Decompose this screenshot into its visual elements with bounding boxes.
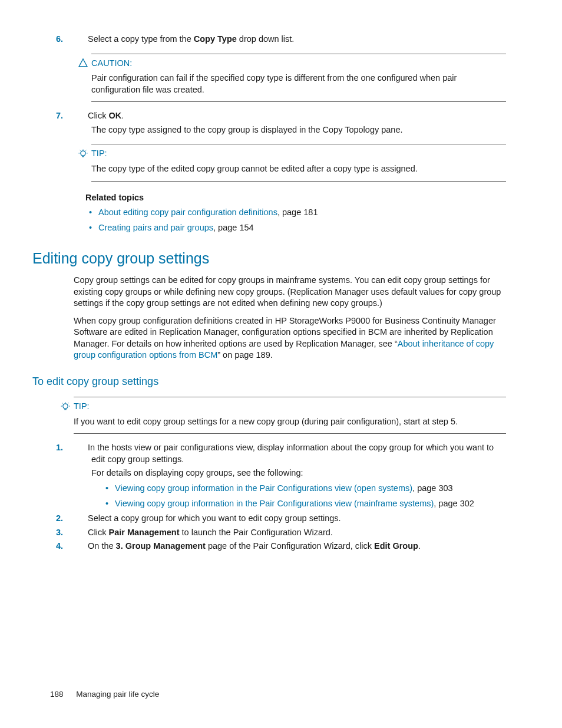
edit-step-4-number: 4. <box>74 541 85 552</box>
tip-icon <box>78 149 88 159</box>
tip-1-header: TIP: <box>78 148 506 160</box>
section-heading: Editing copy group settings <box>32 249 506 269</box>
tip-2-header: TIP: <box>61 401 506 413</box>
caution-body: Pair configuration can fail if the speci… <box>91 73 506 95</box>
sublist-item-1: Viewing copy group information in the Pa… <box>105 483 506 495</box>
edit-step-3-number: 3. <box>74 527 85 539</box>
edit-step-1-number: 1. <box>74 442 85 454</box>
related-item-2: Creating pairs and pair groups, page 154 <box>89 222 506 234</box>
edit-step-1-text: In the hosts view or pair configurations… <box>88 443 494 464</box>
related-link-1[interactable]: About editing copy pair configuration de… <box>98 207 277 217</box>
tip-label: TIP: <box>74 401 90 413</box>
step-6: 6. Select a copy type from the Copy Type… <box>74 34 506 45</box>
svg-point-0 <box>81 151 85 156</box>
para-1: Copy group settings can be edited for co… <box>74 275 506 309</box>
edit-step-1-sublist: Viewing copy group information in the Pa… <box>105 483 506 509</box>
step-7-under: The copy type assigned to the copy group… <box>91 124 506 136</box>
related-item-1: About editing copy pair configuration de… <box>89 207 506 219</box>
related-topics-list: About editing copy pair configuration de… <box>89 207 506 233</box>
caution-header: CAUTION: <box>78 58 506 70</box>
edit-step-2-number: 2. <box>74 513 85 525</box>
tip-2-body: If you want to edit copy group settings … <box>74 416 506 428</box>
svg-line-5 <box>80 150 81 151</box>
subsection-heading: To edit copy group settings <box>32 374 506 388</box>
edit-step-2-text: Select a copy group for which you want t… <box>88 513 341 523</box>
edit-step-1-under: For details on displaying copy groups, s… <box>91 467 506 479</box>
sublist-item-2: Viewing copy group information in the Pa… <box>105 498 506 510</box>
step-6-number: 6. <box>74 34 85 45</box>
sublist-link-1[interactable]: Viewing copy group information in the Pa… <box>115 483 412 493</box>
svg-line-6 <box>86 150 87 151</box>
svg-line-13 <box>68 403 69 403</box>
svg-point-7 <box>63 404 68 409</box>
para-2: When copy group configuration definition… <box>74 315 506 361</box>
step-6-text: Select a copy type from the Copy Type dr… <box>88 34 294 44</box>
edit-step-2: 2. Select a copy group for which you wan… <box>74 513 506 525</box>
tip-label: TIP: <box>91 148 107 160</box>
edit-step-3: 3. Click Pair Management to launch the P… <box>74 527 506 539</box>
caution-callout: CAUTION: Pair configuration can fail if … <box>91 54 506 103</box>
caution-label: CAUTION: <box>91 58 132 70</box>
svg-line-12 <box>62 403 63 403</box>
tip-callout-1: TIP: The copy type of the edited copy gr… <box>91 144 506 181</box>
related-link-2[interactable]: Creating pairs and pair groups <box>98 223 213 232</box>
caution-icon <box>78 58 88 68</box>
edit-step-4: 4. On the 3. Group Management page of th… <box>74 541 506 552</box>
tip-callout-2: TIP: If you want to edit copy group sett… <box>74 397 506 434</box>
sublist-link-2[interactable]: Viewing copy group information in the Pa… <box>115 499 434 508</box>
step-7-number: 7. <box>74 110 85 122</box>
edit-step-1: 1. In the hosts view or pair configurati… <box>74 442 506 465</box>
tip-1-body: The copy type of the edited copy group c… <box>91 163 506 175</box>
step-7-text: Click OK. <box>88 111 124 120</box>
step-7: 7. Click OK. <box>74 110 506 122</box>
edit-step-3-text: Click Pair Management to launch the Pair… <box>88 528 333 537</box>
related-topics-heading: Related topics <box>85 192 506 204</box>
edit-step-4-text: On the 3. Group Management page of the P… <box>88 541 421 551</box>
tip-icon <box>61 402 70 411</box>
